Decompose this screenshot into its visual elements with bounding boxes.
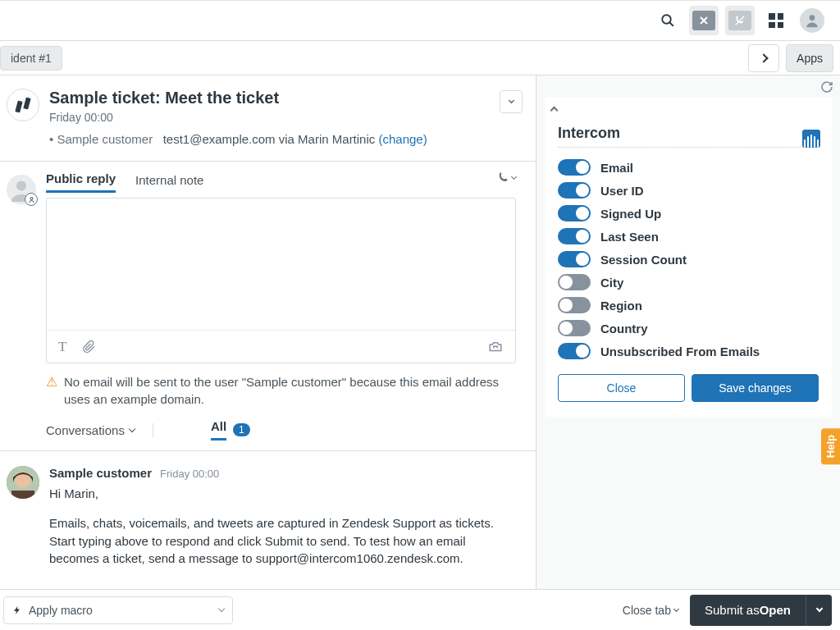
reply-channel-phone[interactable] xyxy=(497,171,516,185)
tab-public-reply[interactable]: Public reply xyxy=(46,171,116,193)
reply-section: Public reply Internal note T xyxy=(0,162,536,451)
submit-prefix: Submit as xyxy=(705,603,760,617)
ticket-timestamp: Friday 00:00 xyxy=(49,111,427,124)
tab-internal-note[interactable]: Internal note xyxy=(135,173,203,192)
toggle-row: City xyxy=(558,271,819,294)
messaging-button[interactable] xyxy=(689,6,719,35)
submit-status-dropdown[interactable] xyxy=(806,595,832,626)
toggle-switch[interactable] xyxy=(558,205,591,221)
toggle-switch[interactable] xyxy=(558,228,591,244)
chevron-up-icon xyxy=(550,107,559,115)
grid-icon xyxy=(769,13,783,28)
toggle-row: Session Count xyxy=(558,248,819,271)
reply-tabs: Public reply Internal note xyxy=(46,171,516,193)
submit-status: Open xyxy=(760,603,791,617)
ticket-header: Sample ticket: Meet the ticket Friday 00… xyxy=(0,75,536,162)
global-topbar xyxy=(0,0,840,41)
reply-composer: T xyxy=(46,198,516,363)
change-requester-link[interactable]: (change) xyxy=(378,132,427,146)
close-tab-dropdown[interactable]: Close tab xyxy=(623,604,678,617)
submit-button[interactable]: Submit as Open xyxy=(690,595,806,626)
toggle-row: Signed Up xyxy=(558,202,819,225)
toggle-switch[interactable] xyxy=(558,159,591,176)
reply-textarea[interactable] xyxy=(47,199,515,330)
profile-button[interactable] xyxy=(797,6,827,35)
format-text-button[interactable]: T xyxy=(58,339,66,355)
toggle-row: User ID xyxy=(558,179,819,202)
refresh-icon xyxy=(820,80,833,94)
ticket-footer: Apply macro Close tab Submit as Open xyxy=(0,589,840,630)
chevron-down-icon xyxy=(508,98,514,103)
workspace-body: Sample ticket: Meet the ticket Friday 00… xyxy=(0,75,840,589)
conversation-message: Sample customer Friday 00:00 Hi Marin, E… xyxy=(0,451,536,568)
ticket-title: Sample ticket: Meet the ticket xyxy=(49,89,427,107)
phone-strike-icon xyxy=(728,11,751,30)
collapse-app-button[interactable] xyxy=(551,102,557,116)
ticket-main-column: Sample ticket: Meet the ticket Friday 00… xyxy=(0,75,536,589)
talk-button[interactable] xyxy=(725,6,755,35)
close-tab-label: Close tab xyxy=(623,604,671,617)
agent-avatar xyxy=(7,175,36,204)
ticket-more-button[interactable] xyxy=(500,90,523,113)
tab-all[interactable]: All xyxy=(211,419,226,441)
save-changes-button[interactable]: Save changes xyxy=(692,374,819,402)
conversations-dropdown[interactable]: Conversations xyxy=(46,423,153,437)
refresh-apps-button[interactable] xyxy=(820,80,833,94)
integration-button[interactable] xyxy=(487,340,504,354)
message-body: Emails, chats, voicemails, and tweets ar… xyxy=(49,514,516,568)
svg-point-5 xyxy=(810,15,815,21)
phone-icon xyxy=(497,171,510,185)
conversation-count-badge: 1 xyxy=(233,423,250,436)
toggle-label: Session Count xyxy=(600,253,687,267)
conversations-label: Conversations xyxy=(46,423,125,437)
search-button[interactable] xyxy=(653,6,682,35)
toggle-label: User ID xyxy=(600,184,644,198)
chat-x-icon xyxy=(692,11,715,30)
composer-toolbar: T xyxy=(47,330,515,363)
requester-name: • Sample customer xyxy=(49,132,153,146)
toggle-switch[interactable] xyxy=(558,297,591,313)
message-greeting: Hi Marin, xyxy=(49,485,516,503)
close-button[interactable]: Close xyxy=(558,374,685,402)
products-button[interactable] xyxy=(761,6,791,35)
email-warning-text: No email will be sent to the user "Sampl… xyxy=(64,373,516,408)
toggle-row: Region xyxy=(558,294,819,317)
email-warning: ⚠ No email will be sent to the user "Sam… xyxy=(46,373,516,408)
apps-button[interactable]: Apps xyxy=(786,44,833,72)
toggle-switch[interactable] xyxy=(558,182,591,199)
warning-icon: ⚠ xyxy=(46,373,57,391)
apply-macro-label: Apply macro xyxy=(29,604,93,617)
toggle-list: EmailUser IDSigned UpLast SeenSession Co… xyxy=(558,156,819,363)
intercom-app-card: Intercom EmailUser IDSigned UpLast SeenS… xyxy=(545,97,832,417)
svg-point-0 xyxy=(662,15,671,24)
app-title: Intercom xyxy=(558,125,819,142)
ticket-requester-line: • Sample customer test1@example.com via … xyxy=(49,132,427,146)
svg-line-1 xyxy=(669,22,673,26)
toggle-row: Email xyxy=(558,156,819,179)
toggle-label: Region xyxy=(600,299,642,313)
message-time: Friday 00:00 xyxy=(160,468,219,480)
help-tab[interactable]: Help xyxy=(821,428,840,464)
toggle-label: Email xyxy=(600,161,633,175)
ticket-tab[interactable]: ident #1 xyxy=(0,46,62,71)
toggle-switch[interactable] xyxy=(558,343,591,359)
submit-button-group: Submit as Open xyxy=(690,595,832,626)
toggle-label: Last Seen xyxy=(600,230,659,244)
attachment-button[interactable] xyxy=(83,340,96,354)
toggle-switch[interactable] xyxy=(558,251,591,267)
chevron-down-icon xyxy=(815,605,822,612)
customer-avatar xyxy=(7,466,39,499)
chevron-down-icon xyxy=(218,605,225,612)
toggle-switch[interactable] xyxy=(558,274,591,290)
toggle-label: Country xyxy=(600,322,648,336)
apply-macro-dropdown[interactable]: Apply macro xyxy=(3,596,233,624)
chevron-right-icon xyxy=(759,53,768,62)
lightning-icon xyxy=(12,605,22,616)
search-icon xyxy=(660,13,675,28)
toggle-switch[interactable] xyxy=(558,320,591,336)
toggle-label: Signed Up xyxy=(600,207,661,221)
message-author: Sample customer xyxy=(49,466,152,480)
expand-next-button[interactable] xyxy=(748,44,779,72)
svg-point-7 xyxy=(30,197,33,199)
conversations-bar: Conversations All 1 xyxy=(46,419,516,441)
